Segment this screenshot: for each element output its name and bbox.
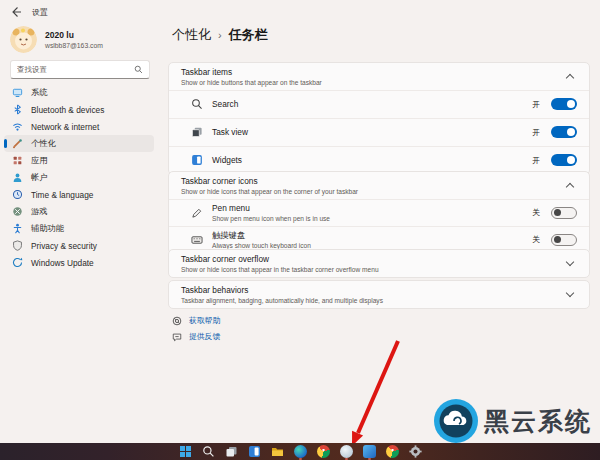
help-icon	[172, 316, 182, 326]
user-email: wslbb87@163.com	[45, 42, 103, 49]
toggle-state-label: 关	[532, 234, 540, 245]
cloud-logo-icon	[434, 399, 478, 443]
card-taskbar-items: Taskbar items Show or hide buttons that …	[168, 62, 590, 175]
avatar	[10, 26, 37, 53]
section-title: Taskbar items	[181, 67, 567, 77]
sidebar-item-label: 应用	[31, 155, 48, 166]
edge-browser-icon[interactable]	[294, 445, 307, 458]
annotation-arrow	[330, 333, 420, 455]
sidebar-nav: 系统 Bluetooth & devices Network & interne…	[4, 84, 154, 271]
get-help-label: 获取帮助	[189, 315, 220, 326]
update-icon	[12, 257, 23, 268]
system-icon	[12, 87, 23, 98]
sidebar-item-windows-update[interactable]: Windows Update	[4, 254, 154, 271]
task-view-icon	[191, 126, 203, 138]
toggle-state-label: 开	[532, 127, 540, 138]
sidebar-item-bluetooth[interactable]: Bluetooth & devices	[4, 101, 154, 118]
chevron-up-icon	[566, 183, 574, 191]
shield-icon	[12, 240, 23, 251]
sidebar-item-accounts[interactable]: 帐户	[4, 169, 154, 186]
start-button-icon[interactable]	[179, 445, 192, 458]
sidebar-item-label: Windows Update	[31, 258, 94, 268]
pen-icon	[191, 207, 203, 219]
search-icon	[191, 98, 203, 110]
section-title: Taskbar behaviors	[181, 285, 567, 295]
setting-row-task-view: Task view 开	[169, 118, 589, 146]
section-subtitle: Show or hide buttons that appear on the …	[181, 79, 567, 86]
search-toggle[interactable]	[551, 98, 577, 110]
taskbar-icons	[0, 443, 600, 460]
chevron-up-icon	[566, 74, 574, 82]
sidebar-item-privacy[interactable]: Privacy & security	[4, 237, 154, 254]
sidebar-item-gaming[interactable]: 游戏	[4, 203, 154, 220]
light-app-icon[interactable]	[340, 445, 353, 458]
sidebar-item-label: 个性化	[31, 138, 56, 149]
sidebar-item-time-language[interactable]: Time & language	[4, 186, 154, 203]
search-input[interactable]	[11, 65, 134, 74]
touch-keyboard-icon	[191, 234, 203, 246]
watermark: 黑云系统	[434, 399, 592, 443]
give-feedback-link[interactable]: 提供反馈	[172, 331, 220, 342]
watermark-text: 黑云系统	[484, 405, 592, 438]
widgets-toggle[interactable]	[551, 154, 577, 166]
setting-row-widgets: Widgets 开	[169, 146, 589, 174]
section-subtitle: Show or hide icons that appear in the ta…	[181, 266, 567, 273]
toggle-state-label: 开	[532, 99, 540, 110]
section-title: Taskbar corner icons	[181, 176, 567, 186]
file-explorer-icon[interactable]	[271, 445, 284, 458]
expander-behaviors[interactable]: Taskbar behaviors Taskbar alignment, bad…	[169, 281, 589, 308]
clock-icon	[12, 189, 23, 200]
sidebar-item-system[interactable]: 系统	[4, 84, 154, 101]
setting-label: Widgets	[212, 155, 523, 165]
brush-icon	[12, 138, 23, 149]
settings-search[interactable]	[10, 60, 150, 79]
blue-app-icon[interactable]	[363, 445, 376, 458]
setting-sublabel: Show pen menu icon when pen is in use	[212, 215, 523, 222]
task-view-button-icon[interactable]	[225, 445, 238, 458]
setting-label: Pen menu Show pen menu icon when pen is …	[212, 203, 523, 222]
toggle-state-label: 关	[532, 207, 540, 218]
section-title: Taskbar corner overflow	[181, 254, 567, 264]
setting-row-pen-menu: Pen menu Show pen menu icon when pen is …	[169, 199, 589, 226]
give-feedback-label: 提供反馈	[189, 331, 220, 342]
chevron-down-icon	[566, 258, 574, 266]
widgets-button-icon[interactable]	[248, 445, 261, 458]
user-profile[interactable]: 2020 lu wslbb87@163.com	[10, 26, 103, 53]
wifi-icon	[12, 121, 23, 132]
sidebar-item-label: 游戏	[31, 206, 48, 217]
breadcrumb-parent[interactable]: 个性化	[172, 26, 211, 44]
toggle-state-label: 开	[532, 155, 540, 166]
sidebar-item-accessibility[interactable]: 辅助功能	[4, 220, 154, 237]
expander-corner-overflow[interactable]: Taskbar corner overflow Show or hide ico…	[169, 250, 589, 277]
touch-keyboard-toggle[interactable]	[551, 234, 577, 246]
sidebar-item-label: 系统	[31, 87, 48, 98]
setting-label: 触摸键盘 Always show touch keyboard icon	[212, 230, 523, 250]
chevron-down-icon	[566, 289, 574, 297]
breadcrumb-separator: ›	[218, 29, 222, 41]
task-view-toggle[interactable]	[551, 126, 577, 138]
chrome-browser-icon[interactable]	[317, 445, 330, 458]
card-corner-icons: Taskbar corner icons Show or hide icons …	[168, 171, 590, 254]
chrome-browser-2-icon[interactable]	[386, 445, 399, 458]
taskbar-search-icon[interactable]	[202, 445, 215, 458]
sidebar-item-network[interactable]: Network & internet	[4, 118, 154, 135]
section-subtitle: Taskbar alignment, badging, automaticall…	[181, 297, 567, 304]
sidebar-item-label: Time & language	[31, 190, 93, 200]
setting-label: Search	[212, 99, 523, 109]
settings-window: 设置 2020 lu wslbb87@163.com	[0, 0, 600, 460]
sidebar-item-apps[interactable]: 应用	[4, 152, 154, 169]
sidebar: 2020 lu wslbb87@163.com 系统	[0, 0, 160, 443]
expander-corner-icons[interactable]: Taskbar corner icons Show or hide icons …	[169, 172, 589, 199]
feedback-icon	[172, 332, 182, 342]
setting-label: Task view	[212, 127, 523, 137]
person-icon	[12, 172, 23, 183]
setting-row-search: Search 开	[169, 90, 589, 118]
sidebar-item-label: Network & internet	[31, 122, 99, 132]
get-help-link[interactable]: 获取帮助	[172, 315, 220, 326]
settings-gear-icon[interactable]	[409, 445, 422, 458]
sidebar-item-label: 帐户	[31, 172, 48, 183]
expander-taskbar-items[interactable]: Taskbar items Show or hide buttons that …	[169, 63, 589, 90]
pen-menu-toggle[interactable]	[551, 207, 577, 219]
sidebar-item-personalization[interactable]: 个性化	[4, 135, 154, 152]
page-title: 任务栏	[229, 26, 268, 44]
